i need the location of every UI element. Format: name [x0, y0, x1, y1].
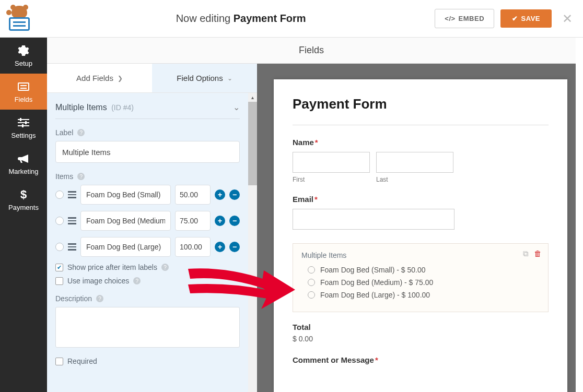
delete-icon[interactable]: 🗑 [534, 249, 542, 258]
default-radio[interactable] [55, 243, 64, 251]
help-icon[interactable]: ? [161, 264, 169, 271]
remove-item-button[interactable]: − [229, 242, 240, 252]
last-sublabel: Last [376, 176, 453, 183]
help-icon[interactable]: ? [77, 129, 85, 136]
item-price-input[interactable] [175, 185, 211, 205]
required-checkbox-row[interactable]: Required [55, 357, 240, 365]
use-image-label: Use image choices [67, 277, 129, 285]
divider [293, 125, 549, 125]
label-input[interactable] [55, 141, 240, 163]
form-name: Payment Form [234, 13, 306, 24]
scrollbar-thumb[interactable] [248, 102, 257, 185]
fields-header: Fields [47, 38, 576, 64]
show-price-label: Show price after item labels [67, 263, 157, 271]
help-icon[interactable]: ? [133, 277, 141, 284]
duplicate-icon[interactable]: ⧉ [523, 249, 529, 258]
gear-icon [18, 45, 29, 56]
editing-prefix: Now editing [176, 13, 234, 24]
sliders-icon [18, 117, 29, 128]
sidebar-item-settings[interactable]: Settings [0, 110, 47, 146]
chevron-down-icon: ⌄ [233, 102, 240, 112]
sidebar-label: Fields [15, 96, 33, 103]
sidebar-label: Settings [11, 132, 36, 139]
drag-handle-icon[interactable] [68, 217, 76, 224]
item-name-input[interactable] [80, 211, 171, 231]
multi-items-label: Multiple Items [301, 251, 540, 259]
sidebar-label: Setup [15, 60, 32, 67]
sidebar-item-marketing[interactable]: Marketing [0, 146, 47, 182]
remove-item-button[interactable]: − [229, 216, 240, 226]
dollar-icon: $ [18, 189, 29, 200]
editing-title: Now editing Payment Form [47, 13, 435, 25]
save-label: SAVE [521, 15, 540, 22]
radio-icon[interactable] [308, 266, 315, 274]
checkbox-checked-icon[interactable]: ✔ [55, 264, 63, 271]
label-row: Label ? [55, 128, 240, 137]
item-row: + − [55, 211, 240, 231]
tab-label: Add Fields [76, 74, 113, 82]
option-row[interactable]: Foam Dog Bed (Small) - $ 50.00 [308, 266, 540, 274]
sidebar-label: Marketing [8, 168, 38, 175]
field-id: (ID #4) [111, 103, 134, 112]
drag-handle-icon[interactable] [68, 191, 76, 198]
top-bar: Now editing Payment Form </> EMBED ✔ SAV… [0, 0, 583, 38]
required-asterisk: * [314, 195, 318, 204]
multiple-items-field[interactable]: ⧉ 🗑 Multiple Items Foam Dog Bed (Small) … [293, 243, 549, 312]
radio-icon[interactable] [308, 291, 315, 299]
description-text: Description [55, 294, 92, 303]
email-input[interactable] [293, 209, 454, 230]
drag-handle-icon[interactable] [68, 243, 76, 251]
comment-field-label: Comment or Message* [293, 355, 549, 364]
first-name-input[interactable] [293, 152, 370, 173]
tab-field-options[interactable]: Field Options ⌄ [152, 64, 257, 92]
item-row: + − [55, 185, 240, 205]
form-preview: Payment Form Name* First Last Email* ⧉ 🗑… [274, 79, 567, 392]
show-price-checkbox-row[interactable]: ✔ Show price after item labels ? [55, 263, 240, 271]
add-item-button[interactable]: + [215, 216, 225, 226]
tab-add-fields[interactable]: Add Fields ❯ [47, 64, 152, 92]
help-icon[interactable]: ? [77, 173, 85, 180]
description-textarea[interactable] [55, 307, 240, 348]
code-icon: </> [445, 15, 455, 22]
chevron-down-icon: ⌄ [227, 75, 232, 82]
label-text: Label [55, 128, 73, 137]
sidebar-item-setup[interactable]: Setup [0, 38, 47, 74]
embed-button[interactable]: </> EMBED [435, 9, 494, 28]
add-item-button[interactable]: + [215, 242, 225, 252]
email-field-label: Email* [293, 195, 549, 204]
required-asterisk: * [375, 355, 378, 364]
total-value: $ 0.00 [293, 335, 549, 343]
svg-rect-4 [25, 121, 27, 124]
checkbox-icon[interactable] [55, 277, 63, 285]
item-name-input[interactable] [80, 185, 171, 205]
option-label: Foam Dog Bed (Small) - $ 50.00 [320, 266, 426, 274]
add-item-button[interactable]: + [215, 189, 225, 200]
option-row[interactable]: Foam Dog Bed (Medium) - $ 75.00 [308, 278, 540, 287]
option-row[interactable]: Foam Dog Bed (Large) - $ 100.00 [308, 291, 540, 299]
close-icon[interactable]: ✕ [562, 11, 573, 26]
last-name-input[interactable] [376, 152, 453, 173]
items-text: Items [55, 172, 73, 181]
item-price-input[interactable] [175, 211, 211, 231]
item-name-input[interactable] [80, 237, 171, 257]
sidebar-item-fields[interactable]: Fields [0, 74, 47, 110]
remove-item-button[interactable]: − [229, 189, 240, 200]
save-button[interactable]: ✔ SAVE [500, 9, 552, 28]
radio-icon[interactable] [308, 279, 315, 286]
checkbox-icon[interactable] [55, 358, 63, 365]
wpforms-logo [5, 6, 47, 32]
sidebar-label: Payments [8, 204, 39, 211]
help-icon[interactable]: ? [96, 295, 103, 302]
name-field-label: Name* [293, 138, 549, 147]
svg-rect-3 [20, 118, 21, 121]
default-radio[interactable] [55, 191, 64, 199]
description-row: Description ? [55, 294, 240, 303]
total-label: Total [293, 323, 549, 331]
svg-rect-5 [22, 124, 24, 127]
item-price-input[interactable] [175, 237, 211, 257]
sidebar-item-payments[interactable]: $ Payments [0, 182, 47, 218]
panel-scrollbar[interactable]: ▴ [248, 93, 257, 392]
field-section-heading[interactable]: Multiple Items (ID #4) ⌄ [55, 93, 240, 119]
default-radio[interactable] [55, 217, 64, 225]
use-image-checkbox-row[interactable]: Use image choices ? [55, 277, 240, 285]
